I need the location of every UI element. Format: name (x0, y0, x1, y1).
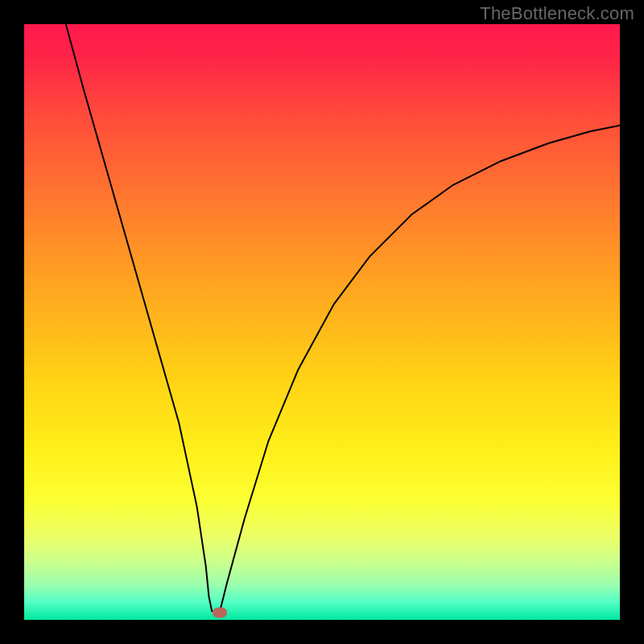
plot-area (24, 24, 620, 620)
bottleneck-curve (24, 24, 620, 620)
chart-frame: TheBottleneck.com (0, 0, 644, 644)
curve-path (66, 24, 620, 613)
optimum-marker (213, 608, 227, 618)
watermark-text: TheBottleneck.com (480, 3, 634, 24)
